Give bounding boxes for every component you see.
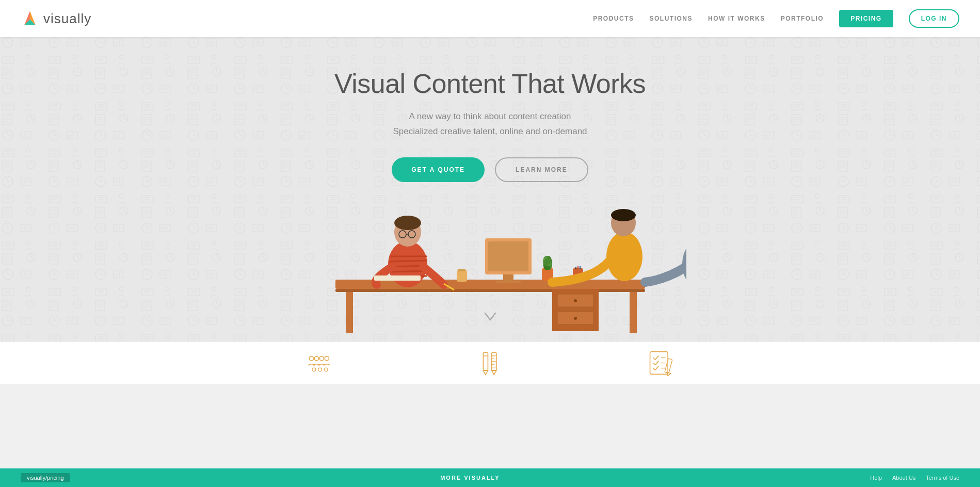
hero-illustration <box>294 176 686 342</box>
svg-line-34 <box>389 261 427 262</box>
svg-rect-73 <box>483 352 488 370</box>
nav-portfolio[interactable]: PORTFOLIO <box>781 15 824 22</box>
logo-icon <box>21 9 39 28</box>
nav-how-it-works[interactable]: HOW IT WORKS <box>708 15 765 22</box>
svg-point-70 <box>312 368 316 371</box>
hero-title: Visual Content That Works <box>334 68 646 99</box>
svg-point-31 <box>574 317 577 320</box>
svg-point-66 <box>309 356 313 360</box>
svg-rect-46 <box>458 269 465 271</box>
svg-point-71 <box>318 368 322 371</box>
svg-point-68 <box>319 356 324 360</box>
hero-content: Visual Content That Works A new way to t… <box>334 37 646 182</box>
svg-point-30 <box>574 299 577 302</box>
svg-marker-74 <box>483 370 488 375</box>
hero-subtitle-line2: Specialized creative talent, online and … <box>334 124 646 139</box>
nav-solutions[interactable]: SOLUTIONS <box>649 15 693 22</box>
svg-rect-23 <box>335 280 645 289</box>
svg-marker-77 <box>491 370 496 375</box>
svg-rect-44 <box>374 275 421 281</box>
svg-point-60 <box>606 232 642 281</box>
svg-line-36 <box>390 271 427 272</box>
nav-pricing-button[interactable]: PRICING <box>839 10 893 27</box>
svg-rect-48 <box>488 241 528 271</box>
hero-section: Visual Content That Works A new way to t… <box>0 37 980 342</box>
svg-point-69 <box>325 356 329 360</box>
svg-rect-25 <box>346 292 353 333</box>
team-icon-item <box>307 350 333 376</box>
logo-text: visually <box>43 11 91 27</box>
svg-rect-26 <box>630 292 637 333</box>
pencil-icon <box>477 350 503 376</box>
svg-point-62 <box>611 209 636 221</box>
svg-point-72 <box>324 368 328 371</box>
navbar: visually PRODUCTS SOLUTIONS HOW IT WORKS… <box>0 0 980 37</box>
checklist-icon-item <box>648 350 673 376</box>
svg-rect-87 <box>664 358 672 372</box>
logo[interactable]: visually <box>21 9 91 28</box>
svg-rect-45 <box>457 270 467 282</box>
svg-rect-49 <box>503 274 513 282</box>
hero-subtitle-line1: A new way to think about content creatio… <box>334 109 646 124</box>
nav-links: PRODUCTS SOLUTIONS HOW IT WORKS PORTFOLI… <box>593 9 959 28</box>
nav-products[interactable]: PRODUCTS <box>593 15 634 22</box>
svg-point-39 <box>394 216 421 230</box>
svg-rect-50 <box>495 281 521 283</box>
svg-point-67 <box>314 356 318 360</box>
icons-row <box>0 342 980 384</box>
checklist-icon <box>648 350 673 376</box>
team-icon <box>307 350 333 376</box>
nav-login-button[interactable]: LOG IN <box>909 9 959 28</box>
desk-scene-svg <box>294 176 686 342</box>
pencil-icon-item <box>477 350 503 376</box>
